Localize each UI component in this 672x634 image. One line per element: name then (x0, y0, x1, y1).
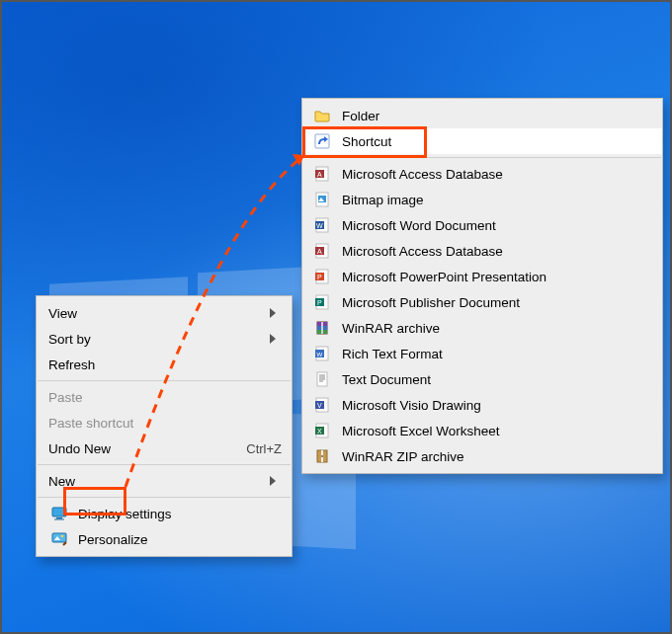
svg-rect-3 (52, 533, 66, 542)
chevron-right-icon (270, 334, 282, 344)
menu-item-refresh[interactable]: Refresh (37, 352, 292, 377)
menu-item-label: Undo New (48, 441, 246, 456)
zip-icon (312, 448, 332, 464)
menu-item-label: Sort by (48, 332, 270, 347)
rtf-icon: W (312, 346, 332, 361)
bitmap-icon (312, 192, 332, 207)
powerpoint-icon: P (312, 269, 332, 284)
svg-rect-44 (321, 455, 323, 457)
publisher-icon: P (312, 294, 332, 310)
menu-item-label: Microsoft Word Document (342, 218, 652, 233)
new-submenu: Folder Shortcut A Microsoft Access Datab… (301, 98, 663, 474)
menu-item-label: Microsoft Publisher Document (342, 295, 652, 310)
menu-item-label: Bitmap image (342, 193, 652, 207)
menu-separator (38, 380, 291, 381)
svg-rect-5 (315, 134, 329, 148)
submenu-item-txt[interactable]: Text Document (302, 366, 662, 392)
svg-rect-0 (52, 508, 66, 516)
submenu-item-folder[interactable]: Folder (302, 103, 662, 128)
svg-point-4 (61, 535, 64, 538)
menu-item-label: WinRAR archive (342, 321, 652, 336)
word-icon: W (312, 217, 332, 233)
submenu-item-winrar[interactable]: WinRAR archive (302, 315, 662, 341)
rar-icon (312, 320, 332, 336)
menu-item-paste-shortcut: Paste shortcut (37, 410, 292, 436)
menu-separator (38, 497, 291, 498)
menu-item-accelerator: Ctrl+Z (246, 441, 282, 456)
svg-text:W: W (316, 352, 322, 357)
menu-item-label: Shortcut (342, 134, 652, 149)
folder-icon (312, 108, 332, 123)
submenu-item-word[interactable]: W Microsoft Word Document (302, 212, 662, 238)
shortcut-icon (312, 133, 332, 149)
menu-item-label: Microsoft Access Database (342, 244, 652, 259)
menu-item-personalize[interactable]: Personalize (37, 526, 292, 552)
submenu-item-access-db-2[interactable]: A Microsoft Access Database (302, 238, 662, 264)
desktop[interactable]: View Sort by Refresh Paste Paste shortcu… (0, 0, 672, 634)
chevron-right-icon (270, 476, 282, 486)
svg-rect-2 (54, 519, 64, 520)
menu-item-label: Paste (48, 390, 282, 405)
svg-text:X: X (317, 428, 322, 435)
menu-item-label: Display settings (78, 507, 282, 521)
menu-item-label: View (48, 306, 270, 321)
menu-item-label: Text Document (342, 372, 652, 387)
menu-item-label: Refresh (48, 357, 282, 372)
menu-separator (303, 157, 661, 158)
excel-icon: X (312, 423, 332, 438)
menu-item-label: Microsoft Excel Worksheet (342, 424, 652, 438)
submenu-item-zip[interactable]: WinRAR ZIP archive (302, 443, 662, 469)
svg-rect-1 (56, 517, 62, 519)
menu-item-label: Microsoft Access Database (342, 167, 652, 182)
menu-item-display-settings[interactable]: Display settings (37, 501, 292, 526)
menu-item-label: Rich Text Format (342, 347, 652, 361)
svg-text:W: W (316, 222, 323, 229)
desktop-context-menu: View Sort by Refresh Paste Paste shortcu… (36, 295, 293, 557)
txt-icon (312, 371, 332, 387)
svg-text:V: V (317, 402, 322, 409)
submenu-item-visio[interactable]: V Microsoft Visio Drawing (302, 392, 662, 418)
menu-item-label: Microsoft Visio Drawing (342, 398, 652, 413)
menu-item-label: New (48, 474, 270, 489)
menu-item-label: Microsoft PowerPoint Presentation (342, 270, 652, 284)
submenu-item-shortcut[interactable]: Shortcut (302, 128, 662, 154)
menu-item-label: Personalize (78, 532, 282, 547)
svg-text:P: P (317, 274, 322, 280)
svg-text:A: A (317, 248, 322, 255)
submenu-item-rtf[interactable]: W Rich Text Format (302, 341, 662, 366)
submenu-item-excel[interactable]: X Microsoft Excel Worksheet (302, 418, 662, 443)
display-icon (48, 506, 70, 521)
menu-item-undo-new[interactable]: Undo New Ctrl+Z (37, 436, 292, 461)
svg-text:A: A (317, 171, 322, 178)
personalize-icon (48, 531, 70, 547)
chevron-right-icon (270, 308, 282, 318)
svg-rect-27 (321, 322, 323, 334)
submenu-item-publisher[interactable]: P Microsoft Publisher Document (302, 289, 662, 315)
submenu-item-powerpoint[interactable]: P Microsoft PowerPoint Presentation (302, 264, 662, 289)
menu-item-sort-by[interactable]: Sort by (37, 326, 292, 352)
submenu-item-bitmap[interactable]: Bitmap image (302, 187, 662, 212)
menu-item-label: WinRAR ZIP archive (342, 449, 652, 464)
access-icon: A (312, 243, 332, 259)
menu-item-paste: Paste (37, 384, 292, 410)
submenu-item-access-db[interactable]: A Microsoft Access Database (302, 161, 662, 187)
menu-item-label: Folder (342, 109, 652, 123)
menu-item-new[interactable]: New (37, 468, 292, 494)
visio-icon: V (312, 397, 332, 413)
menu-separator (38, 464, 291, 465)
menu-item-label: Paste shortcut (48, 416, 282, 431)
svg-text:P: P (317, 299, 322, 306)
access-icon: A (312, 166, 332, 182)
menu-item-view[interactable]: View (37, 300, 292, 326)
